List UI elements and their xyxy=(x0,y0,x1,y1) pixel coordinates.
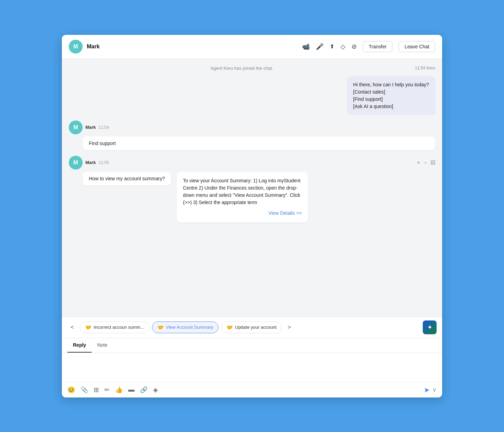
ai-button[interactable]: ✦ xyxy=(423,320,437,334)
add-icon[interactable]: + xyxy=(424,160,427,165)
reply-area: Reply Note 😊 📎 ⊞ ✏ 👍 ▬ 🔗 ◈ ➤ ∨ xyxy=(62,338,442,397)
suggestion-chip-0[interactable]: 🤝 Incorrect accoun summ... xyxy=(80,321,149,333)
chat-window: M Mark 📹 🎤 ⬆ ◇ ⊘ Transfer Leave Chat Age… xyxy=(62,35,442,397)
send-icon[interactable]: ➤ xyxy=(424,386,430,394)
chip-label-2: Update your account xyxy=(235,325,277,330)
user-name-2: Mark xyxy=(85,160,96,165)
user-message-1: M Mark 11:54 Find support xyxy=(69,121,435,150)
chip-icon-0: 🤝 xyxy=(85,324,92,330)
suggestion-chip-1[interactable]: 🤝 View Account Summary xyxy=(152,321,218,333)
tab-reply[interactable]: Reply xyxy=(67,338,92,353)
reply-input[interactable] xyxy=(62,353,442,381)
system-join-message: Agent Keru has joined the chat. 11:54 Ke… xyxy=(69,66,435,71)
video-icon[interactable]: 📹 xyxy=(302,43,310,50)
user-message-2: M Mark 11:55 ✦ + 🖼 How to view my accoun… xyxy=(69,156,435,222)
share-icon[interactable]: ⬆ xyxy=(330,43,334,50)
bot-greeting-text: Hi there, how can I help you today?[Cont… xyxy=(353,82,429,109)
avatar: M xyxy=(69,40,83,54)
thumbs-up-icon[interactable]: 👍 xyxy=(115,386,123,394)
grid-icon[interactable]: ⊞ xyxy=(94,386,99,394)
suggestions-bar: < 🤝 Incorrect accoun summ... 🤝 View Acco… xyxy=(62,317,442,338)
user-bubble-1: Find support xyxy=(83,136,435,150)
link-icon[interactable]: 🔗 xyxy=(140,386,148,394)
user-time-1: 11:54 xyxy=(99,125,109,130)
image-icon[interactable]: 🖼 xyxy=(430,160,435,165)
user-bubble-2: How to view my account summary? xyxy=(83,172,171,185)
mic-icon[interactable]: 🎤 xyxy=(316,43,324,50)
chip-icon-2: 🤝 xyxy=(226,324,233,330)
bot-greeting-bubble: Hi there, how can I help you today?[Cont… xyxy=(347,76,435,115)
pen-icon[interactable]: ✏ xyxy=(104,386,110,394)
send-chevron-icon[interactable]: ∨ xyxy=(432,386,437,393)
ai-reply-bubble: To view your Account Summary: 1) Log int… xyxy=(177,172,308,222)
chat-area: Agent Keru has joined the chat. 11:54 Ke… xyxy=(62,59,442,317)
suggestions-prev-button[interactable]: < xyxy=(67,323,77,332)
leave-chat-button[interactable]: Leave Chat xyxy=(399,41,435,52)
reply-tabs: Reply Note xyxy=(62,338,442,353)
system-join-meta: 11:54 Keru xyxy=(415,66,435,70)
chip-icon-1: 🤝 xyxy=(157,324,164,330)
reply-toolbar: 😊 📎 ⊞ ✏ 👍 ▬ 🔗 ◈ ➤ ∨ xyxy=(62,382,442,397)
minus-icon[interactable]: ▬ xyxy=(128,386,134,393)
system-join-text: Agent Keru has joined the chat. xyxy=(69,66,415,71)
view-details-link[interactable]: View Details >> xyxy=(183,210,302,217)
transfer-button[interactable]: Transfer xyxy=(363,41,393,52)
user-name-1: Mark xyxy=(85,125,96,130)
ai-sparkle-icon: ✦ xyxy=(427,324,432,331)
chip-label-1: View Account Summary xyxy=(166,325,213,330)
custom-icon[interactable]: ◈ xyxy=(153,386,158,394)
header: M Mark 📹 🎤 ⬆ ◇ ⊘ Transfer Leave Chat xyxy=(62,35,442,59)
block-icon[interactable]: ⊘ xyxy=(352,43,357,50)
user-meta-row-2: M Mark 11:55 ✦ + 🖼 xyxy=(69,156,435,170)
user-avatar-2: M xyxy=(69,156,83,170)
tag-icon[interactable]: ◇ xyxy=(340,43,345,50)
emoji-icon[interactable]: 😊 xyxy=(67,386,75,394)
tab-note[interactable]: Note xyxy=(92,338,113,353)
user-avatar-1: M xyxy=(69,121,83,134)
chip-label-0: Incorrect accoun summ... xyxy=(94,325,144,330)
attach-icon[interactable]: 📎 xyxy=(81,386,88,394)
header-icons: 📹 🎤 ⬆ ◇ ⊘ Transfer Leave Chat xyxy=(302,41,435,52)
user-name: Mark xyxy=(87,44,298,50)
suggestion-chip-2[interactable]: 🤝 Update your account xyxy=(221,321,282,333)
ai-reply-text: To view your Account Summary: 1) Log int… xyxy=(183,178,300,205)
msg-actions-2: ✦ + 🖼 xyxy=(417,160,435,165)
bot-greeting-wrap: Hi there, how can I help you today?[Cont… xyxy=(69,76,435,115)
sparkle-icon[interactable]: ✦ xyxy=(417,160,421,165)
user-time-2: 11:55 xyxy=(99,160,109,165)
suggestions-next-button[interactable]: > xyxy=(284,323,294,332)
send-button-group: ➤ ∨ xyxy=(424,386,437,394)
user-meta-row-1: M Mark 11:54 xyxy=(69,121,435,134)
